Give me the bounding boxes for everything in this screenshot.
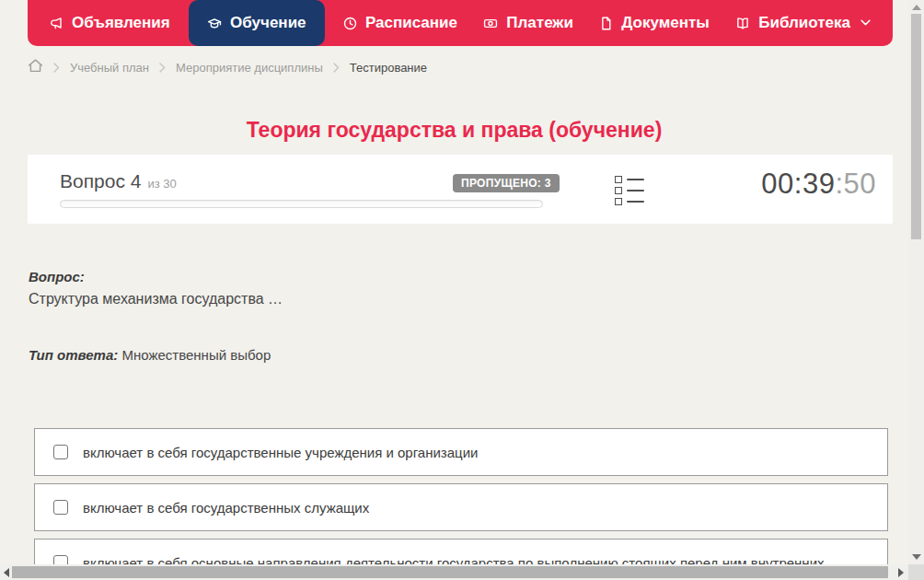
nav-item-schedule[interactable]: Расписание (336, 0, 465, 46)
horizontal-scrollbar[interactable] (0, 564, 908, 580)
breadcrumb: Учебный план Мероприятие дисциплины Тест… (28, 56, 427, 78)
nav-item-documents[interactable]: Документы (592, 0, 717, 46)
book-icon (735, 17, 750, 30)
checkbox[interactable] (53, 445, 68, 459)
countdown-timer: 00:39:50 (761, 168, 876, 201)
timer-seconds: :50 (835, 168, 876, 200)
nav-item-library[interactable]: Библиотека (728, 0, 878, 46)
graduation-cap-icon (207, 17, 222, 30)
question-list-icon[interactable] (615, 176, 644, 205)
chevron-right-icon (333, 63, 340, 73)
skipped-badge: ПРОПУЩЕНО: 3 (453, 174, 560, 192)
timer-hours-minutes: 00:39 (761, 168, 835, 200)
scroll-left-arrow-icon[interactable] (4, 568, 9, 577)
vertical-scrollbar-thumb[interactable] (911, 14, 921, 239)
megaphone-icon (50, 17, 64, 30)
question-total: из 30 (147, 177, 176, 191)
question-number: Вопрос 4из 30 (60, 170, 177, 192)
nav-item-label: Платежи (506, 14, 573, 32)
nav-item-label: Обучение (230, 14, 306, 32)
answer-options: включает в себя государственные учрежден… (34, 428, 888, 580)
scroll-right-arrow-icon[interactable] (898, 568, 904, 577)
checkbox[interactable] (53, 500, 68, 515)
nav-item-learning[interactable]: Обучение (189, 0, 324, 46)
scroll-up-arrow-icon[interactable] (912, 5, 921, 10)
nav-item-label: Объявления (72, 14, 170, 32)
answer-type-value: Множественный выбор (121, 347, 271, 363)
horizontal-scrollbar-thumb[interactable] (12, 566, 888, 578)
vertical-scrollbar[interactable] (908, 0, 924, 564)
scrollbar-corner (908, 564, 924, 580)
answer-option-label: включает в себя государственных служащих (83, 500, 369, 516)
breadcrumb-item-discipline-event[interactable]: Мероприятие дисциплины (176, 61, 323, 75)
answer-type-label: Тип ответа: (29, 347, 118, 363)
nav-item-payments[interactable]: Платежи (476, 0, 581, 46)
answer-option-label: включает в себя государственные учрежден… (83, 445, 478, 460)
question-header-panel: Вопрос 4из 30 ПРОПУЩЕНО: 3 00:39:50 (28, 155, 893, 224)
question-heading: Вопрос: (29, 269, 85, 284)
question-number-label: Вопрос 4 (60, 170, 141, 191)
lms-testing-page: Объявления Обучение Расписание (0, 0, 924, 580)
question-text: Структура механизма государства … (29, 291, 283, 307)
page-title: Теория государства и права (обучение) (0, 118, 908, 143)
answer-option[interactable]: включает в себя государственных служащих (34, 483, 888, 531)
answer-type-row: Тип ответа: Множественный выбор (29, 347, 271, 363)
breadcrumb-item-testing: Тестирование (350, 61, 427, 75)
chevron-down-icon (860, 19, 871, 27)
chevron-right-icon (159, 63, 166, 73)
nav-item-announcements[interactable]: Объявления (42, 0, 178, 46)
question-progress-bar (60, 200, 543, 208)
document-icon (599, 17, 613, 30)
nav-item-label: Документы (621, 14, 710, 32)
answer-option[interactable]: включает в себя государственные учрежден… (34, 428, 888, 476)
nav-item-label: Расписание (365, 14, 457, 32)
main-nav: Объявления Обучение Расписание (28, 0, 893, 46)
breadcrumb-item-study-plan[interactable]: Учебный план (70, 61, 149, 75)
chevron-right-icon (53, 63, 60, 73)
home-icon[interactable] (28, 58, 43, 76)
clock-icon (343, 17, 357, 30)
nav-item-label: Библиотека (758, 14, 850, 32)
scroll-down-arrow-icon[interactable] (912, 554, 921, 560)
banknote-icon (483, 17, 498, 30)
